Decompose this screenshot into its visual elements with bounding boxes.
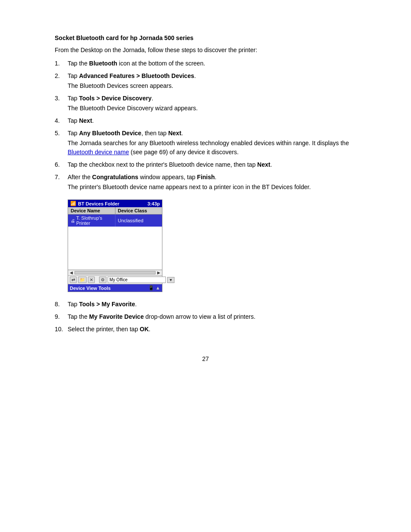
toolbar-folder-btn[interactable]: 📁 (78, 277, 87, 283)
step-1-content: Tap the Bluetooth icon at the bottom of … (68, 59, 356, 68)
step-7-bold2: Finish (197, 174, 215, 180)
step-8: 8. Tap Tools > My Favorite. (55, 300, 356, 309)
steps-after-list: 8. Tap Tools > My Favorite. 9. Tap the M… (55, 300, 356, 334)
bt-icon: 📶 (70, 201, 76, 206)
step-4-content: Tap Next. (68, 116, 356, 125)
step-5: 5. Tap Any Bluetooth Device, then tap Ne… (55, 129, 356, 157)
intro-text: From the Desktop on the Jornada, follow … (55, 46, 356, 55)
step-9-content: Tap the My Favorite Device drop-down arr… (68, 312, 356, 321)
screenshot-data-row: 🖨 T. Slothrup's Printer Unclassified (68, 215, 162, 227)
section-title: Socket Bluetooth card for hp Jornada 500… (55, 34, 356, 41)
bluetooth-device-name-link[interactable]: Bluetooth device name (68, 149, 129, 156)
step-3-bold: Tools > Device Discovery (79, 95, 151, 102)
step-8-content: Tap Tools > My Favorite. (68, 300, 356, 309)
col1-header: Device Name (68, 207, 115, 214)
step-6-content: Tap the checkbox next to the printer's B… (68, 160, 356, 169)
step-2: 2. Tap Advanced Features > Bluetooth Dev… (55, 72, 356, 90)
step-6-bold: Next (257, 161, 270, 168)
screenshot-time: 3:43p (147, 201, 160, 206)
scroll-right-arrow: ▶ (156, 271, 161, 275)
step-9-num: 9. (55, 312, 68, 321)
step-9: 9. Tap the My Favorite Device drop-down … (55, 312, 356, 321)
step-6: 6. Tap the checkbox next to the printer'… (55, 160, 356, 169)
step-4: 4. Tap Next. (55, 116, 356, 125)
menubar-items: Device View Tools (70, 286, 111, 291)
data-row-col1: 🖨 T. Slothrup's Printer (68, 215, 115, 227)
step-6-num: 6. (55, 160, 68, 169)
step-7-bold1: Congratulations (92, 174, 138, 180)
screenshot-titlebar: 📶 BT Devices Folder 3:43p (68, 200, 162, 207)
step-8-num: 8. (55, 300, 68, 309)
device-name: T. Slothrup's Printer (76, 215, 112, 226)
toolbar-location-input[interactable] (108, 277, 166, 283)
step-5-content: Tap Any Bluetooth Device, then tap Next.… (68, 129, 356, 157)
step-7: 7. After the Congratulations window appe… (55, 173, 356, 192)
screenshot-empty-area (68, 227, 162, 270)
screenshot-header-row: Device Name Device Class (68, 207, 162, 215)
step-4-bold: Next (79, 117, 92, 124)
step-7-num: 7. (55, 173, 68, 182)
scroll-left-arrow: ◀ (69, 271, 74, 275)
screenshot-toolbar: ⇄ 📁 ✕ ⚙ ▼ (68, 275, 162, 284)
step-5-bold1: Any Bluetooth Device (79, 130, 141, 137)
step-10-content: Select the printer, then tap OK. (68, 325, 356, 334)
step-5-sub: The Jornada searches for any Bluetooth w… (68, 139, 356, 157)
step-2-sub: The Bluetooth Devices screen appears. (68, 81, 356, 90)
step-1-bold: Bluetooth (89, 60, 117, 67)
printer-icon: 🖨 (71, 218, 75, 223)
data-row-col2: Unclassified (115, 215, 162, 227)
step-5-num: 5. (55, 129, 68, 138)
steps-list: 1. Tap the Bluetooth icon at the bottom … (55, 59, 356, 192)
step-1: 1. Tap the Bluetooth icon at the bottom … (55, 59, 356, 68)
step-3: 3. Tap Tools > Device Discovery. The Blu… (55, 94, 356, 113)
screenshot-title: BT Devices Folder (78, 201, 119, 206)
page-number: 27 (55, 355, 356, 362)
bt-devices-screenshot: 📶 BT Devices Folder 3:43p Device Name De… (68, 199, 162, 292)
toolbar-back-btn[interactable]: ⇄ (70, 277, 77, 283)
toolbar-settings-btn[interactable]: ⚙ (99, 277, 106, 283)
col2-header: Device Class (115, 207, 162, 214)
step-2-num: 2. (55, 72, 68, 81)
step-4-num: 4. (55, 116, 68, 125)
step-3-content: Tap Tools > Device Discovery. The Blueto… (68, 94, 356, 113)
titlebar-left: 📶 BT Devices Folder (70, 201, 119, 206)
step-10-num: 10. (55, 325, 68, 334)
toolbar-dropdown-arrow[interactable]: ▼ (167, 277, 174, 283)
step-8-bold: Tools > My Favorite (79, 301, 135, 308)
step-3-sub: The Bluetooth Device Discovery wizard ap… (68, 104, 356, 113)
page-content: Socket Bluetooth card for hp Jornada 500… (55, 0, 356, 397)
step-5-bold2: Next (168, 130, 181, 137)
step-3-num: 3. (55, 94, 68, 103)
step-2-bold: Advanced Features > Bluetooth Devices (79, 72, 194, 79)
toolbar-delete-btn[interactable]: ✕ (88, 277, 95, 283)
step-10-bold: OK (140, 326, 149, 333)
step-9-bold: My Favorite Device (89, 313, 144, 320)
scrollbar-track (75, 271, 156, 274)
step-2-content: Tap Advanced Features > Bluetooth Device… (68, 72, 356, 90)
screenshot-menubar: Device View Tools 📱 ▲ (68, 284, 162, 292)
keyboard-icon: 📱 ▲ (148, 285, 160, 291)
step-10: 10. Select the printer, then tap OK. (55, 325, 356, 334)
step-1-num: 1. (55, 59, 68, 68)
step-7-sub: The printer's Bluetooth device name appe… (68, 183, 356, 192)
scrollbar-row: ◀ ▶ (68, 270, 162, 275)
step-7-content: After the Congratulations window appears… (68, 173, 356, 192)
